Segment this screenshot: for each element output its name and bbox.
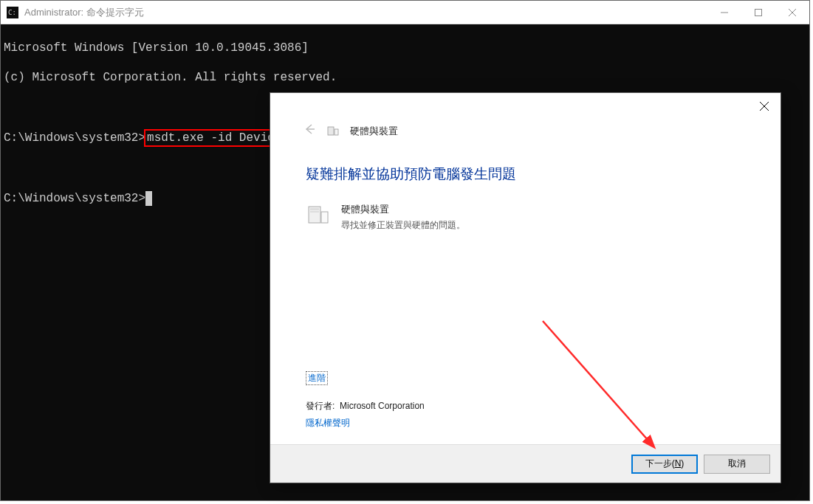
next-button[interactable]: 下一步(N): [631, 455, 698, 474]
window-controls: [707, 1, 809, 24]
dialog-footer: 下一步(N) 取消: [270, 444, 781, 483]
troubleshooter-item: 硬體與裝置 尋找並修正裝置與硬體的問題。: [306, 203, 745, 232]
cursor: [145, 191, 152, 206]
cmd-line-copyright: (c) Microsoft Corporation. All rights re…: [4, 70, 809, 85]
troubleshooter-dialog: 硬體與裝置 疑難排解並協助預防電腦發生問題 硬體與裝置 尋找並修正裝置與硬體的問…: [270, 92, 781, 483]
maximize-button[interactable]: [741, 1, 775, 24]
svg-rect-9: [328, 127, 334, 135]
dialog-heading: 疑難排解並協助預防電腦發生問題: [306, 165, 745, 184]
item-title: 硬體與裝置: [341, 203, 465, 216]
advanced-link[interactable]: 進階: [306, 371, 328, 385]
svg-rect-14: [310, 211, 319, 213]
cmd-line-version: Microsoft Windows [Version 10.0.19045.30…: [4, 41, 809, 55]
dialog-header-title: 硬體與裝置: [350, 125, 398, 138]
privacy-link[interactable]: 隱私權聲明: [306, 417, 350, 429]
publisher-value: Microsoft Corporation: [340, 401, 425, 411]
dialog-close-button[interactable]: [757, 99, 772, 114]
publisher-label: 發行者: Microsoft Corporation: [306, 400, 745, 412]
hardware-icon: [326, 125, 340, 138]
cancel-button[interactable]: 取消: [704, 455, 770, 474]
dialog-top-bar: [270, 93, 781, 122]
svg-text:C:: C:: [8, 9, 16, 16]
svg-rect-3: [755, 9, 762, 15]
minimize-button[interactable]: [707, 1, 741, 24]
dialog-content: 疑難排解並協助預防電腦發生問題 硬體與裝置 尋找並修正裝置與硬體的問題。 進階 …: [270, 150, 781, 444]
close-button[interactable]: [775, 1, 809, 24]
device-icon: [306, 203, 331, 228]
item-description: 尋找並修正裝置與硬體的問題。: [341, 219, 465, 232]
back-arrow-icon: [303, 122, 316, 139]
svg-rect-13: [310, 208, 319, 210]
svg-rect-10: [335, 129, 338, 135]
dialog-header: 硬體與裝置: [270, 122, 781, 150]
cmd-app-icon: C:: [7, 7, 18, 18]
cmd-titlebar[interactable]: C: Administrator: 命令提示字元: [1, 1, 809, 24]
svg-rect-12: [321, 212, 328, 223]
cmd-title: Administrator: 命令提示字元: [24, 6, 707, 19]
